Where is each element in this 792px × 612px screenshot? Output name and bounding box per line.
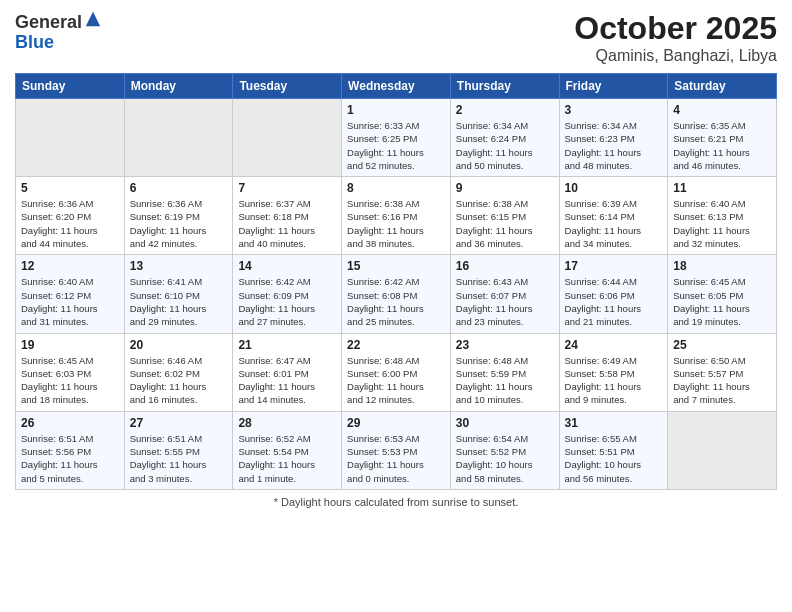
- day-number: 29: [347, 416, 445, 430]
- day-info: Sunrise: 6:49 AM Sunset: 5:58 PM Dayligh…: [565, 354, 663, 407]
- weekday-header: Wednesday: [342, 74, 451, 99]
- day-info: Sunrise: 6:33 AM Sunset: 6:25 PM Dayligh…: [347, 119, 445, 172]
- day-number: 27: [130, 416, 228, 430]
- calendar-cell: [16, 99, 125, 177]
- day-number: 24: [565, 338, 663, 352]
- day-info: Sunrise: 6:55 AM Sunset: 5:51 PM Dayligh…: [565, 432, 663, 485]
- calendar-cell: [233, 99, 342, 177]
- day-number: 25: [673, 338, 771, 352]
- calendar-cell: 6Sunrise: 6:36 AM Sunset: 6:19 PM Daylig…: [124, 177, 233, 255]
- page: General Blue October 2025 Qaminis, Bangh…: [0, 0, 792, 612]
- calendar-week-row: 19Sunrise: 6:45 AM Sunset: 6:03 PM Dayli…: [16, 333, 777, 411]
- day-number: 18: [673, 259, 771, 273]
- calendar-cell: 16Sunrise: 6:43 AM Sunset: 6:07 PM Dayli…: [450, 255, 559, 333]
- day-info: Sunrise: 6:42 AM Sunset: 6:08 PM Dayligh…: [347, 275, 445, 328]
- day-number: 20: [130, 338, 228, 352]
- calendar-cell: 24Sunrise: 6:49 AM Sunset: 5:58 PM Dayli…: [559, 333, 668, 411]
- day-info: Sunrise: 6:50 AM Sunset: 5:57 PM Dayligh…: [673, 354, 771, 407]
- calendar-cell: 3Sunrise: 6:34 AM Sunset: 6:23 PM Daylig…: [559, 99, 668, 177]
- month-title: October 2025: [574, 10, 777, 47]
- calendar-cell: 29Sunrise: 6:53 AM Sunset: 5:53 PM Dayli…: [342, 411, 451, 489]
- day-info: Sunrise: 6:36 AM Sunset: 6:20 PM Dayligh…: [21, 197, 119, 250]
- calendar-cell: 13Sunrise: 6:41 AM Sunset: 6:10 PM Dayli…: [124, 255, 233, 333]
- calendar-cell: 27Sunrise: 6:51 AM Sunset: 5:55 PM Dayli…: [124, 411, 233, 489]
- logo: General Blue: [15, 10, 102, 53]
- calendar-cell: 28Sunrise: 6:52 AM Sunset: 5:54 PM Dayli…: [233, 411, 342, 489]
- title-block: October 2025 Qaminis, Banghazi, Libya: [574, 10, 777, 65]
- weekday-header: Thursday: [450, 74, 559, 99]
- day-number: 9: [456, 181, 554, 195]
- day-info: Sunrise: 6:47 AM Sunset: 6:01 PM Dayligh…: [238, 354, 336, 407]
- calendar-cell: 2Sunrise: 6:34 AM Sunset: 6:24 PM Daylig…: [450, 99, 559, 177]
- calendar-cell: [124, 99, 233, 177]
- calendar-cell: 17Sunrise: 6:44 AM Sunset: 6:06 PM Dayli…: [559, 255, 668, 333]
- day-info: Sunrise: 6:46 AM Sunset: 6:02 PM Dayligh…: [130, 354, 228, 407]
- day-info: Sunrise: 6:38 AM Sunset: 6:15 PM Dayligh…: [456, 197, 554, 250]
- day-info: Sunrise: 6:45 AM Sunset: 6:05 PM Dayligh…: [673, 275, 771, 328]
- day-number: 17: [565, 259, 663, 273]
- day-info: Sunrise: 6:39 AM Sunset: 6:14 PM Dayligh…: [565, 197, 663, 250]
- calendar-cell: 18Sunrise: 6:45 AM Sunset: 6:05 PM Dayli…: [668, 255, 777, 333]
- day-info: Sunrise: 6:52 AM Sunset: 5:54 PM Dayligh…: [238, 432, 336, 485]
- weekday-header: Saturday: [668, 74, 777, 99]
- day-info: Sunrise: 6:48 AM Sunset: 6:00 PM Dayligh…: [347, 354, 445, 407]
- calendar-week-row: 1Sunrise: 6:33 AM Sunset: 6:25 PM Daylig…: [16, 99, 777, 177]
- calendar-cell: 15Sunrise: 6:42 AM Sunset: 6:08 PM Dayli…: [342, 255, 451, 333]
- calendar-week-row: 26Sunrise: 6:51 AM Sunset: 5:56 PM Dayli…: [16, 411, 777, 489]
- weekday-header: Sunday: [16, 74, 125, 99]
- footer-note: * Daylight hours calculated from sunrise…: [15, 496, 777, 508]
- weekday-header: Friday: [559, 74, 668, 99]
- calendar-cell: 12Sunrise: 6:40 AM Sunset: 6:12 PM Dayli…: [16, 255, 125, 333]
- day-number: 16: [456, 259, 554, 273]
- location-subtitle: Qaminis, Banghazi, Libya: [574, 47, 777, 65]
- day-number: 2: [456, 103, 554, 117]
- day-number: 23: [456, 338, 554, 352]
- day-info: Sunrise: 6:51 AM Sunset: 5:56 PM Dayligh…: [21, 432, 119, 485]
- calendar-cell: 8Sunrise: 6:38 AM Sunset: 6:16 PM Daylig…: [342, 177, 451, 255]
- calendar-cell: 25Sunrise: 6:50 AM Sunset: 5:57 PM Dayli…: [668, 333, 777, 411]
- logo-general-text: General: [15, 12, 82, 32]
- day-info: Sunrise: 6:43 AM Sunset: 6:07 PM Dayligh…: [456, 275, 554, 328]
- calendar-cell: 11Sunrise: 6:40 AM Sunset: 6:13 PM Dayli…: [668, 177, 777, 255]
- weekday-header: Monday: [124, 74, 233, 99]
- day-info: Sunrise: 6:34 AM Sunset: 6:23 PM Dayligh…: [565, 119, 663, 172]
- calendar-cell: 31Sunrise: 6:55 AM Sunset: 5:51 PM Dayli…: [559, 411, 668, 489]
- day-number: 14: [238, 259, 336, 273]
- logo-icon: [84, 10, 102, 28]
- calendar-cell: 21Sunrise: 6:47 AM Sunset: 6:01 PM Dayli…: [233, 333, 342, 411]
- logo-blue-text: Blue: [15, 32, 54, 52]
- calendar-table: SundayMondayTuesdayWednesdayThursdayFrid…: [15, 73, 777, 490]
- day-number: 15: [347, 259, 445, 273]
- day-info: Sunrise: 6:40 AM Sunset: 6:12 PM Dayligh…: [21, 275, 119, 328]
- weekday-header: Tuesday: [233, 74, 342, 99]
- day-info: Sunrise: 6:54 AM Sunset: 5:52 PM Dayligh…: [456, 432, 554, 485]
- day-info: Sunrise: 6:44 AM Sunset: 6:06 PM Dayligh…: [565, 275, 663, 328]
- calendar-cell: 30Sunrise: 6:54 AM Sunset: 5:52 PM Dayli…: [450, 411, 559, 489]
- day-number: 5: [21, 181, 119, 195]
- day-number: 21: [238, 338, 336, 352]
- day-number: 19: [21, 338, 119, 352]
- day-number: 3: [565, 103, 663, 117]
- day-number: 31: [565, 416, 663, 430]
- day-number: 4: [673, 103, 771, 117]
- day-info: Sunrise: 6:34 AM Sunset: 6:24 PM Dayligh…: [456, 119, 554, 172]
- day-info: Sunrise: 6:40 AM Sunset: 6:13 PM Dayligh…: [673, 197, 771, 250]
- day-info: Sunrise: 6:38 AM Sunset: 6:16 PM Dayligh…: [347, 197, 445, 250]
- calendar-cell: 20Sunrise: 6:46 AM Sunset: 6:02 PM Dayli…: [124, 333, 233, 411]
- day-number: 8: [347, 181, 445, 195]
- calendar-cell: 9Sunrise: 6:38 AM Sunset: 6:15 PM Daylig…: [450, 177, 559, 255]
- day-info: Sunrise: 6:53 AM Sunset: 5:53 PM Dayligh…: [347, 432, 445, 485]
- day-number: 30: [456, 416, 554, 430]
- calendar-cell: 14Sunrise: 6:42 AM Sunset: 6:09 PM Dayli…: [233, 255, 342, 333]
- day-number: 10: [565, 181, 663, 195]
- calendar-cell: 5Sunrise: 6:36 AM Sunset: 6:20 PM Daylig…: [16, 177, 125, 255]
- day-number: 26: [21, 416, 119, 430]
- day-number: 13: [130, 259, 228, 273]
- calendar-cell: 22Sunrise: 6:48 AM Sunset: 6:00 PM Dayli…: [342, 333, 451, 411]
- day-info: Sunrise: 6:35 AM Sunset: 6:21 PM Dayligh…: [673, 119, 771, 172]
- calendar-cell: 10Sunrise: 6:39 AM Sunset: 6:14 PM Dayli…: [559, 177, 668, 255]
- day-number: 11: [673, 181, 771, 195]
- header: General Blue October 2025 Qaminis, Bangh…: [15, 10, 777, 65]
- day-number: 22: [347, 338, 445, 352]
- day-info: Sunrise: 6:41 AM Sunset: 6:10 PM Dayligh…: [130, 275, 228, 328]
